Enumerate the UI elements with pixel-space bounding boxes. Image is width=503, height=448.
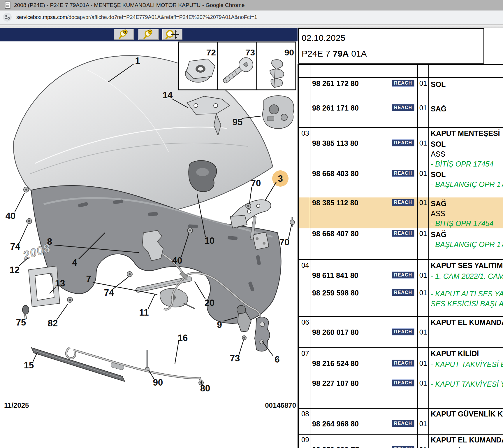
part-description: SOL — [431, 79, 503, 89]
zoom-in-button[interactable] — [114, 29, 134, 40]
callout-number: 70 — [279, 237, 289, 247]
reach-badge[interactable]: REACH — [392, 272, 414, 279]
part-number[interactable]: 98 264 968 80 — [312, 420, 359, 428]
callout-number: 75 — [16, 317, 26, 328]
part-row-highlighted[interactable]: 98 385 112 80REACH01SAĞASS- BİTİŞ OPR 17… — [299, 197, 503, 228]
site-settings-button[interactable] — [3, 13, 12, 22]
part-number[interactable]: 98 259 598 80 — [312, 289, 359, 297]
reach-badge[interactable]: REACH — [392, 289, 414, 296]
callout-70[interactable]: 70 — [279, 225, 291, 247]
callout-15[interactable]: 15 — [24, 352, 37, 370]
callout-6[interactable]: 6 — [262, 341, 280, 365]
callout-number: 8 — [47, 237, 52, 247]
reach-badge[interactable]: REACH — [392, 360, 414, 367]
zoom-out-button[interactable] — [138, 29, 159, 40]
part-number[interactable]: 98 668 403 80 — [312, 169, 359, 178]
callout-11[interactable]: 11 — [139, 294, 155, 318]
callout-number: 74 — [104, 288, 114, 298]
part-note-green: - BAŞLANGIÇ OPR 174 — [431, 179, 503, 189]
callout-number: 70 — [251, 178, 261, 188]
strip-15-part — [31, 348, 125, 382]
section-title: KAPUT EL KUMANDAS — [429, 435, 503, 444]
part-number[interactable]: 98 668 407 80 — [312, 230, 359, 238]
reach-badge[interactable]: REACH — [392, 379, 414, 386]
magnifier-plus-icon — [118, 29, 130, 39]
callout-3[interactable]: 3 — [265, 170, 289, 201]
part-row[interactable]: 98 668 403 80REACH01SOL- BAŞLANGIÇ OPR 1… — [299, 168, 503, 197]
part-row[interactable]: 98 259 598 80REACH01- KAPUT ALTI SES YAL… — [299, 288, 503, 316]
parts-section-07: 07KAPUT KİLİDİ98 216 524 80REACH01- KAPU… — [299, 347, 503, 408]
parts-section-08: 08KAPUT GÜVENLİK KRO98 264 968 80REACH01 — [299, 408, 503, 434]
part-number[interactable]: 98 261 172 80 — [312, 79, 359, 88]
callout-82[interactable]: 82 — [48, 304, 68, 328]
callout-7[interactable]: 7 — [86, 274, 157, 295]
callout-80[interactable]: 80 — [200, 381, 210, 393]
part-note-green: SES KESİCİSİ BAŞLAN — [431, 299, 503, 309]
part-row[interactable]: 98 385 113 80REACH01SOLASS- BİTİŞ OPR 17… — [299, 138, 503, 168]
part-number[interactable]: 98 216 524 80 — [312, 359, 359, 368]
part-row[interactable]: 98 611 841 80REACH01- 1. CAM 2022/1. CAM… — [299, 270, 503, 288]
part-note-green: - BAŞLANGIÇ OPR 174 — [431, 239, 503, 249]
inset-cell-number: 90 — [284, 48, 294, 57]
quantity: 01 — [418, 378, 429, 408]
callout-number: 95 — [233, 117, 242, 127]
callout-75[interactable]: 75 — [16, 314, 26, 328]
part-row[interactable]: 98 227 107 80REACH01- KAPUT TAKVİYESİ YO — [299, 378, 503, 408]
part-row[interactable]: 98 264 968 80REACH01 — [299, 419, 503, 434]
url-path: /docapvpr/affiche.do?ref=P24E779A01A&ref… — [67, 14, 257, 20]
part-number[interactable]: 98 259 999 ZD — [312, 446, 360, 448]
part-number[interactable]: 98 611 841 80 — [312, 271, 358, 280]
parts-section — [299, 65, 503, 77]
reach-badge[interactable]: REACH — [392, 446, 414, 448]
part-number[interactable]: 98 385 112 80 — [312, 199, 358, 207]
diagram-date-footer: 11/2025 — [4, 401, 29, 409]
callout-number: 6 — [275, 354, 279, 365]
reach-badge[interactable]: REACH — [392, 199, 414, 206]
parts-section-04: 04KAPUT SES YALITIM L98 611 841 80REACH0… — [299, 259, 503, 316]
callout-number: 3 — [278, 174, 283, 184]
reach-badge[interactable]: REACH — [392, 230, 414, 237]
part-description: ASS — [431, 209, 503, 218]
part-row[interactable]: 98 259 999 ZDREACH01HZD - MİSTRAL — [299, 444, 503, 448]
quantity: 01 — [418, 168, 429, 197]
section-title-row: 03KAPUT MENTEŞESİ — [299, 128, 503, 138]
part-row[interactable]: 98 668 407 80REACH01SAĞ- BAŞLANGIÇ OPR 1… — [299, 228, 503, 259]
reach-badge[interactable]: REACH — [392, 104, 414, 111]
section-title-row: 06KAPUT EL KUMANDAS — [299, 317, 503, 327]
document-reference: P24E 7 79A 01A — [302, 46, 483, 62]
zoom-pan-button[interactable] — [162, 29, 182, 40]
part-note-green: - KAPUT ALTI SES YAL — [431, 289, 503, 299]
browser-url-bar[interactable]: servicebox.mpsa.com/docapvpr/affiche.do?… — [0, 10, 503, 24]
part-row[interactable]: 98 216 524 80REACH01- KAPUT TAKVİYESİ E — [299, 358, 503, 378]
reach-badge[interactable]: REACH — [392, 328, 414, 335]
reach-badge[interactable]: REACH — [392, 80, 414, 87]
part-number[interactable]: 98 227 107 80 — [312, 379, 359, 388]
lock-assembly-95-part — [263, 96, 294, 129]
part-description: SAĞ — [431, 230, 503, 239]
section-number: 03 — [299, 128, 310, 138]
callout-16[interactable]: 16 — [175, 333, 188, 364]
part-number[interactable]: 98 260 017 80 — [312, 328, 359, 337]
part-number[interactable]: 98 385 113 80 — [312, 139, 358, 148]
reach-badge[interactable]: REACH — [392, 139, 414, 146]
callout-40[interactable]: 40 — [6, 193, 24, 221]
callout-74[interactable]: 74 — [10, 225, 28, 252]
callout-number: 74 — [10, 242, 20, 252]
part-row[interactable]: 98 261 172 80REACH01SOL — [299, 78, 503, 103]
callout-number: 4 — [72, 258, 77, 268]
callout-12[interactable]: 12 — [10, 258, 28, 275]
document-reference-box: 02.10.2025 P24E 7 79A 01A — [298, 28, 484, 64]
callout-73[interactable]: 73 — [230, 340, 244, 363]
part-number[interactable]: 98 261 171 80 — [312, 104, 359, 112]
reach-badge[interactable]: REACH — [392, 420, 414, 427]
callout-number: 12 — [10, 265, 20, 275]
reach-badge[interactable]: REACH — [392, 170, 414, 177]
part-row[interactable]: 98 260 017 80REACH01 — [299, 327, 503, 347]
callout-74[interactable]: 74 — [104, 277, 128, 298]
part-row[interactable]: 98 261 171 80REACH01SAĞ — [299, 103, 503, 127]
section-title-row: 08KAPUT GÜVENLİK KRO — [299, 409, 503, 419]
part-note-green: - 1. CAM 2022/1. CAM O — [431, 271, 503, 281]
url-text[interactable]: servicebox.mpsa.com/docapvpr/affiche.do?… — [16, 14, 257, 20]
safety-catch-7-part — [160, 288, 195, 309]
section-number: 07 — [299, 348, 310, 358]
